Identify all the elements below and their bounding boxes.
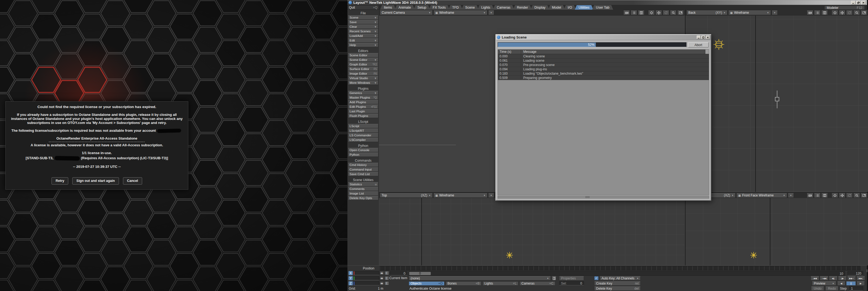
- pan-icon[interactable]: [655, 10, 662, 15]
- horizontal-scrollbar[interactable]: [498, 195, 709, 198]
- center-icon[interactable]: [832, 193, 838, 198]
- zoom-icon[interactable]: [854, 10, 860, 15]
- log-row[interactable]: 0.183 Loading "Objects/octane_benchmark.…: [498, 71, 709, 76]
- abort-button[interactable]: Abort: [688, 42, 709, 47]
- list-icon[interactable]: [814, 10, 820, 15]
- sidebar-item[interactable]: Master Plugins^Q: [348, 96, 378, 100]
- item-type-button[interactable]: Cameras+C: [520, 281, 555, 286]
- sidebar-item[interactable]: Command Input: [348, 167, 378, 172]
- menu-tab[interactable]: Utilities: [575, 5, 593, 10]
- sign-out-button[interactable]: Sign out and start again: [72, 177, 119, 185]
- light-gizmo[interactable]: [506, 252, 513, 259]
- sidebar-item[interactable]: Image List: [348, 191, 378, 195]
- list-icon[interactable]: [814, 193, 820, 198]
- viewport-front[interactable]: [686, 198, 868, 265]
- render-mode-dropdown[interactable]: ▦ Wireframe ▼: [433, 193, 487, 198]
- viewport-options-dropdown[interactable]: ▼: [772, 10, 778, 15]
- sidebar-item[interactable]: Virtual Studio▼: [348, 76, 378, 80]
- rotate-icon[interactable]: [846, 10, 852, 15]
- menu-tab[interactable]: Lights: [477, 5, 494, 10]
- log-row[interactable]: 0.061 Loading scene: [498, 59, 709, 63]
- create-key-button[interactable]: Create Key ret: [594, 281, 641, 286]
- cancel-button[interactable]: Cancel: [123, 177, 142, 185]
- save-icon[interactable]: [638, 10, 644, 15]
- sidebar-item[interactable]: Help▼: [348, 43, 378, 47]
- sidebar-item[interactable]: Edit Plugins+F11: [348, 105, 378, 109]
- save-icon[interactable]: [822, 193, 828, 198]
- nudge-icon[interactable]: ◀▶: [380, 281, 384, 285]
- view-select-dropdown[interactable]: Top(XZ) ▼: [380, 193, 433, 198]
- viewport-options-dropdown[interactable]: ▼: [488, 10, 494, 15]
- timeline-ruler[interactable]: [379, 266, 861, 270]
- restore-icon[interactable]: [856, 1, 861, 5]
- maximize-icon[interactable]: [677, 10, 684, 15]
- menu-tab[interactable]: Render: [513, 5, 532, 10]
- log-row[interactable]: 0.000 Clearing scene: [498, 54, 709, 59]
- sidebar-item[interactable]: Clear▼: [348, 25, 378, 29]
- log-row[interactable]: 0.070 Pre-processing scene: [498, 63, 709, 67]
- render-mode-dropdown[interactable]: ▦ Wireframe ▼: [728, 10, 771, 15]
- sidebar-item[interactable]: LSCompiler: [348, 138, 378, 142]
- menu-tab[interactable]: Scene: [462, 5, 478, 10]
- last-frame-field[interactable]: 120: [847, 271, 863, 276]
- quit-button[interactable]: Quit +Q: [347, 5, 379, 10]
- frame-slider[interactable]: 0 10: [409, 271, 845, 276]
- sidebar-item[interactable]: LS Commander: [348, 133, 378, 137]
- menu-tab[interactable]: TFD: [448, 5, 463, 10]
- transport-button[interactable]: ||▶: [838, 276, 847, 281]
- sidebar-item[interactable]: Save Cmd List: [348, 172, 378, 176]
- sidebar-item[interactable]: Edit▼: [348, 38, 378, 43]
- column-time[interactable]: Time (s): [498, 49, 521, 54]
- log-row[interactable]: 0.094 Loading plug-ins: [498, 67, 709, 71]
- auto-key-checkbox[interactable]: ✓: [594, 276, 598, 280]
- sidebar-item[interactable]: Open Console: [348, 148, 378, 152]
- sidebar-item[interactable]: Scene Editor▼: [348, 58, 378, 62]
- maximize-icon[interactable]: [861, 193, 867, 198]
- play-reverse-button[interactable]: ◀: [837, 281, 845, 286]
- pause-button[interactable]: ||: [846, 281, 856, 286]
- transport-button[interactable]: ▶▶|: [857, 276, 865, 281]
- viewport-options-dropdown[interactable]: ▼: [788, 193, 794, 198]
- sidebar-item[interactable]: Load/Add▼: [348, 34, 378, 38]
- item-panel-icon[interactable]: [552, 276, 556, 281]
- render-mode-dropdown[interactable]: ▦ Front Face Wireframe ▼: [736, 193, 787, 198]
- light-gizmo[interactable]: [712, 38, 725, 51]
- z-position-field[interactable]: [353, 281, 379, 285]
- log-row[interactable]: 0.509 Preparing geometry: [498, 76, 709, 80]
- sidebar-item[interactable]: Cmd History: [348, 163, 378, 167]
- center-icon[interactable]: [648, 10, 655, 15]
- pan-icon[interactable]: [839, 10, 845, 15]
- play-forward-button[interactable]: ▶: [857, 281, 865, 286]
- sidebar-item[interactable]: More Windows▼: [348, 80, 378, 85]
- close-icon[interactable]: [861, 1, 866, 5]
- sidebar-item[interactable]: Surface EditorF5: [348, 67, 378, 71]
- retry-button[interactable]: Retry: [52, 177, 68, 185]
- frame-slider-handle[interactable]: 0: [409, 272, 431, 275]
- auto-key-dropdown[interactable]: Auto Key: All Channels ▼: [600, 276, 641, 281]
- transport-button[interactable]: |◀◀: [810, 276, 819, 281]
- x-position-field[interactable]: [353, 271, 379, 275]
- sidebar-item[interactable]: Delete Key Opts: [348, 196, 378, 200]
- sidebar-item[interactable]: Comments: [348, 187, 378, 191]
- transport-button[interactable]: +◀◀: [820, 276, 828, 281]
- light-gizmo[interactable]: [750, 252, 757, 259]
- menu-tab[interactable]: Setup: [413, 5, 430, 10]
- menu-tab[interactable]: FX Tools: [429, 5, 450, 10]
- envelope-button[interactable]: E: [384, 281, 389, 285]
- nudge-icon[interactable]: ◀▶: [380, 271, 384, 275]
- delete-key-button[interactable]: Delete Key del: [594, 286, 641, 291]
- rotate-icon[interactable]: [663, 10, 669, 15]
- camera-icon[interactable]: [807, 10, 813, 15]
- menu-tab[interactable]: User Tab: [592, 5, 613, 10]
- sidebar-item[interactable]: Python: [348, 152, 378, 157]
- sidebar-item[interactable]: Recent Scenes▼: [348, 29, 378, 33]
- column-message[interactable]: Message: [521, 49, 705, 54]
- minimize-icon[interactable]: [851, 1, 856, 5]
- viewport-options-dropdown[interactable]: ▼: [488, 193, 494, 198]
- center-icon[interactable]: [832, 10, 838, 15]
- menu-tab[interactable]: Items: [380, 5, 396, 10]
- scrollbar-grip[interactable]: [586, 196, 593, 198]
- minimize-icon[interactable]: [697, 36, 701, 39]
- properties-button[interactable]: Properties: [559, 276, 584, 281]
- current-item-dropdown[interactable]: (none) ▼: [409, 276, 551, 281]
